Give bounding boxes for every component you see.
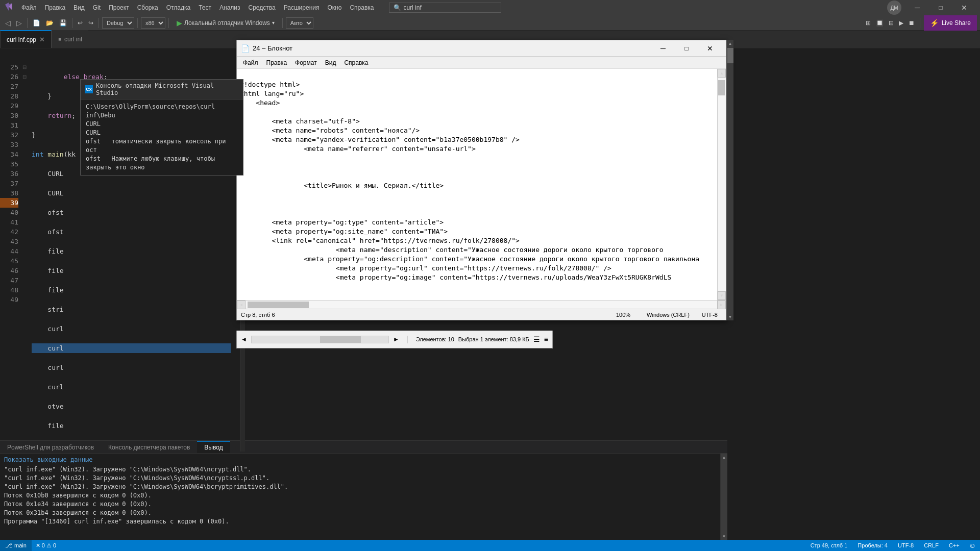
tab-curl-inf[interactable]: ■ curl inf	[52, 30, 88, 48]
notepad-menu-file[interactable]: Файл	[239, 58, 262, 67]
vs-titlebar: Файл Правка Вид Git Проект Сборка Отладк…	[0, 0, 980, 15]
menu-test[interactable]: Тест	[194, 2, 215, 13]
notepad-menu-format[interactable]: Формат	[291, 58, 321, 67]
forward-btn[interactable]: ▷	[14, 18, 24, 28]
tab-curl-cpp-close[interactable]: ✕	[39, 36, 45, 43]
notepad-minimize-btn[interactable]: ─	[651, 40, 675, 57]
live-share-btn[interactable]: ⚡ Live Share	[924, 15, 977, 31]
notepad-window: 📄 24 – Блокнот ─ □ ✕ Файл Правка Формат …	[236, 40, 726, 320]
search-text: curl inf	[403, 4, 421, 11]
outer-scroll-up[interactable]: ▲	[727, 40, 733, 47]
notepad-hscroll-right-btn[interactable]: ►	[717, 300, 726, 309]
notepad-menu-help[interactable]: Справка	[340, 58, 372, 67]
notepad-close-btn[interactable]: ✕	[698, 40, 722, 57]
statusbar-feedback[interactable]: ☺	[965, 540, 980, 551]
menu-debug[interactable]: Отладка	[162, 2, 194, 13]
code-line-31: CURL	[32, 188, 231, 198]
statusbar-lang[interactable]: C++	[944, 540, 965, 551]
undo-btn[interactable]: ↩	[76, 18, 85, 28]
menu-edit[interactable]: Правка	[41, 2, 70, 13]
popup-line5: ofst Нажмите любую клавишу, чтобы закрыт…	[86, 155, 238, 172]
win-close-btn[interactable]: ✕	[952, 0, 976, 15]
search-bar[interactable]: 🔍 curl inf	[389, 3, 501, 13]
statusbar-spaces[interactable]: Пробелы: 4	[852, 540, 893, 551]
platform-dropdown[interactable]: x86	[141, 17, 165, 29]
notepad-scroll-up-btn[interactable]: ▲	[718, 69, 726, 78]
notepad-statusbar: Стр 8, стлб 6 100% Windows (CRLF) UTF-8	[237, 309, 726, 320]
debug-config-dropdown[interactable]: Debug	[102, 17, 134, 29]
footer-nav-right[interactable]: ►	[393, 336, 399, 343]
menu-extensions[interactable]: Расширения	[280, 2, 324, 13]
menu-view[interactable]: Вид	[69, 2, 89, 13]
tab-output[interactable]: Вывод	[197, 441, 230, 453]
output-scroll-down[interactable]: ▼	[721, 533, 727, 540]
tb-extra-2[interactable]: 🔲	[874, 18, 885, 28]
fold-markers: ⊟ ⊟	[21, 61, 28, 452]
menu-help[interactable]: Справка	[346, 2, 378, 13]
run-btn[interactable]: ▶ Локальный отладчик Windows ▾	[172, 17, 279, 29]
notepad-menu-edit[interactable]: Правка	[262, 58, 291, 67]
redo-btn[interactable]: ↪	[86, 18, 95, 28]
notepad-outer-right-scroll[interactable]: ▲ ▼	[726, 40, 733, 320]
footer-icon2[interactable]: ≡	[544, 335, 548, 343]
tb-extra-4[interactable]: ▶	[897, 18, 905, 28]
open-btn[interactable]: 📂	[44, 18, 56, 28]
notepad-title: 24 – Блокнот	[253, 44, 651, 52]
statusbar-row-col[interactable]: Стр 49, стлб 1	[805, 540, 853, 551]
tb-extra-3[interactable]: ⊟	[887, 18, 895, 28]
outer-scroll-thumb[interactable]	[727, 48, 733, 63]
menu-build[interactable]: Сборка	[133, 2, 162, 13]
tb-extra-1[interactable]: ⊞	[864, 18, 872, 28]
code-line-42: otve	[32, 402, 231, 411]
statusbar-encoding[interactable]: UTF-8	[893, 540, 919, 551]
tab-package-manager[interactable]: Консоль диспетчера пакетов	[101, 442, 197, 453]
footer-scrollbar[interactable]	[251, 336, 389, 343]
user-avatar[interactable]: ДМ	[887, 1, 901, 15]
code-line-43: file	[32, 421, 231, 431]
output-line-4: Поток 0x10b0 завершился с кодом 0 (0x0).	[4, 491, 723, 500]
menu-git[interactable]: Git	[89, 2, 105, 13]
statusbar-line-ending[interactable]: CRLF	[919, 540, 944, 551]
notepad-hscroll-left-btn[interactable]: ◄	[237, 300, 246, 309]
popup-line3: CURL	[86, 129, 238, 137]
menu-bar: Файл Правка Вид Git Проект Сборка Отладк…	[17, 2, 378, 13]
save-btn[interactable]: 💾	[57, 18, 69, 28]
menu-window[interactable]: Окно	[323, 2, 346, 13]
notepad-text[interactable]: <!doctype html> <html lang="ru"> <head> …	[237, 69, 717, 300]
live-share-label: Live Share	[942, 19, 971, 27]
notepad-menu-view[interactable]: Вид	[321, 58, 340, 67]
menu-file[interactable]: Файл	[17, 2, 41, 13]
notepad-scroll-down-btn[interactable]: ▼	[718, 291, 726, 300]
output-line-1: "curl inf.exe" (Win32). Загружено "C:\Wi…	[4, 465, 723, 474]
menu-analyze[interactable]: Анализ	[215, 2, 244, 13]
tab-curl-cpp[interactable]: curl inf.cpp ✕	[0, 30, 52, 48]
menu-project[interactable]: Проект	[105, 2, 133, 13]
output-line-6: Поток 0x31b4 завершился с кодом 0 (0x0).	[4, 509, 723, 517]
statusbar-errors[interactable]: ✕ 0 ⚠ 0	[32, 540, 60, 551]
tab-curl-inf-icon: ■	[58, 36, 61, 42]
win-maximize-btn[interactable]: □	[929, 0, 952, 15]
output-scroll-up[interactable]: ▲	[721, 454, 727, 461]
notepad-vscroll[interactable]: ▲ ▼	[717, 69, 726, 300]
notepad-maximize-btn[interactable]: □	[675, 40, 698, 57]
notepad-scroll-thumb-v[interactable]	[718, 80, 725, 95]
new-file-btn[interactable]: 📄	[31, 18, 42, 28]
notepad-scroll-track	[718, 78, 726, 291]
footer-nav-left[interactable]: ◄	[241, 336, 247, 343]
output-show-label[interactable]: Показать выходные данные	[4, 456, 723, 464]
tb-extra-5[interactable]: ⏹	[907, 18, 916, 28]
popup-title: Консоль отладки Microsoft Visual Studio	[96, 82, 239, 96]
tab-powershell[interactable]: PowerShell для разработчиков	[0, 442, 101, 453]
config2-dropdown[interactable]: Авто	[286, 17, 313, 29]
menu-tools[interactable]: Средства	[244, 2, 280, 13]
warnings-icon: ⚠	[46, 542, 52, 549]
notepad-hscroll-thumb[interactable]	[248, 302, 309, 308]
footer-scroll-thumb[interactable]	[320, 336, 361, 343]
outer-scroll-down[interactable]: ▼	[727, 313, 733, 320]
notepad-row-col: Стр 8, стлб 6	[241, 312, 275, 318]
output-vscroll[interactable]: ▲ ▼	[720, 454, 727, 540]
statusbar-git[interactable]: ⎇ main	[0, 540, 32, 551]
back-btn[interactable]: ◁	[3, 18, 13, 28]
win-minimize-btn[interactable]: ─	[905, 0, 929, 15]
footer-icon1[interactable]: ☰	[533, 335, 540, 343]
